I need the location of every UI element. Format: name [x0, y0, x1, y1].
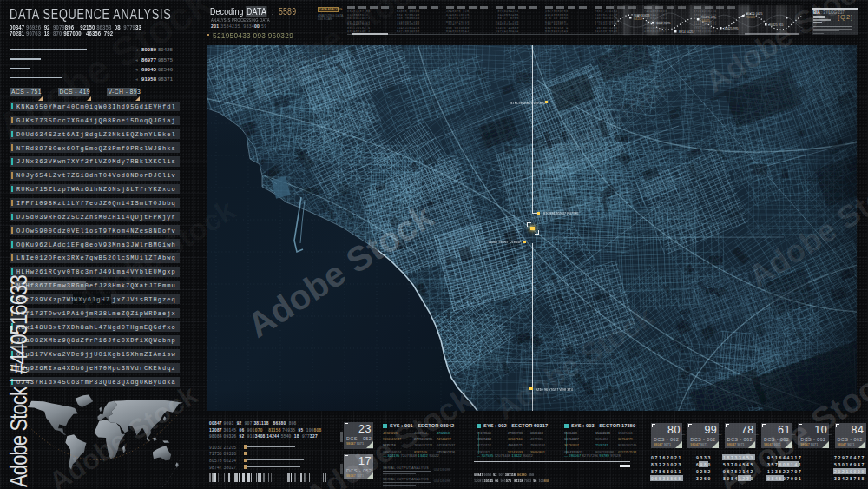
svg-text:3042 9095: 3042 9095: [656, 22, 671, 25]
svg-text:30425 995: 30425 995: [724, 27, 739, 30]
svg-text:84158: 84158: [634, 17, 642, 21]
svg-text:8914 0425: 8914 0425: [679, 30, 694, 34]
svg-text:90163: 90163: [746, 16, 755, 19]
svg-text:34025: 34025: [701, 19, 710, 23]
